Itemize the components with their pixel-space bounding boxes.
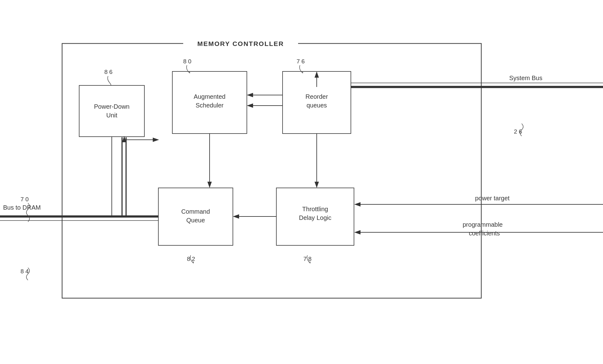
throttling-delay-label-line2: Delay Logic xyxy=(300,215,334,223)
reorder-queues-label-line1: Reorder xyxy=(312,94,334,102)
prog-coeff-label-line2: coefficients xyxy=(480,232,512,240)
command-queue-label-line2: Queue xyxy=(190,217,207,225)
prog-coeff-label-line1: programmable xyxy=(475,224,515,231)
augmented-scheduler-label-line2: Scheduler xyxy=(201,102,228,110)
ref-82: 8 2 xyxy=(191,254,198,261)
system-bus-label: System Bus xyxy=(503,78,536,85)
diagram-svg: XXXXXXXXXXXXXXXXXXXXXXXX MEMORY CONTROLL… xyxy=(0,0,603,364)
ref-76: 7 6 xyxy=(300,60,308,66)
power-down-unit-label-line1: Power-Down xyxy=(98,104,135,112)
ref-70-label: 7 0 xyxy=(21,202,29,209)
memory-controller-box xyxy=(68,43,484,298)
ref-86: 8 6 xyxy=(109,69,117,76)
ref-80: 8 0 xyxy=(186,60,194,66)
ref-78: 7 8 xyxy=(307,254,315,261)
augmented-scheduler-label-line1: Augmented xyxy=(198,94,230,102)
power-down-unit-label-line2: Unit xyxy=(110,112,122,120)
power-target-label: power target xyxy=(484,196,519,203)
ref-84-label: 8 4 xyxy=(21,268,29,275)
mc-title: MEMORY CONTROLLER xyxy=(196,36,279,43)
throttling-delay-label-line1: Throttling xyxy=(303,207,330,214)
command-queue-label-line1: Command xyxy=(184,209,213,217)
reorder-queues-label-line2: queues xyxy=(313,102,332,110)
ref-26-label: 2 6 xyxy=(515,133,523,139)
